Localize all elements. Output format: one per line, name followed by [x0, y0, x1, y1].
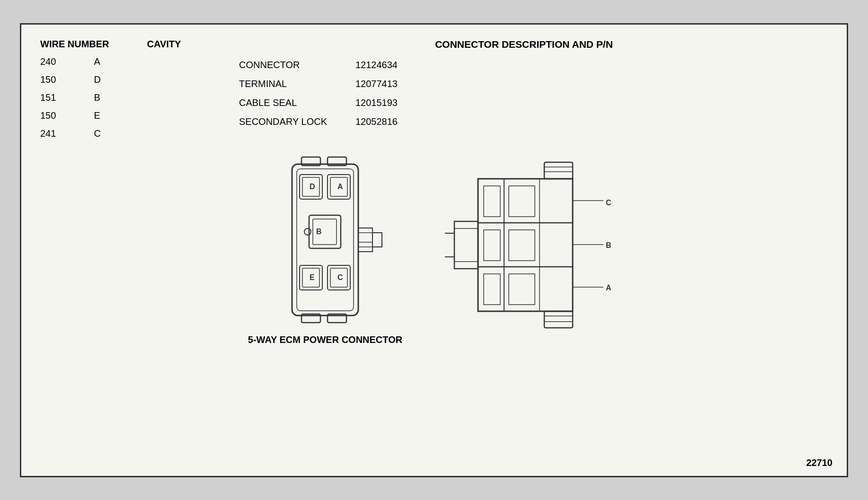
- wire-5: 241: [40, 126, 56, 140]
- cavity-4: E: [94, 108, 100, 123]
- svg-rect-17: [358, 228, 372, 252]
- svg-rect-4: [292, 164, 358, 316]
- cavities-col: A D B E C: [94, 54, 100, 140]
- desc-rows: CONNECTOR TERMINAL CABLE SEAL SECONDARY …: [220, 58, 828, 129]
- connector-description: CONNECTOR DESCRIPTION AND P/N CONNECTOR …: [220, 39, 828, 140]
- svg-point-12: [304, 228, 311, 235]
- svg-rect-35: [509, 186, 535, 217]
- label-a: A: [337, 183, 343, 191]
- svg-rect-10: [309, 215, 341, 248]
- page-container: WIRE NUMBER CAVITY 240 150 151 150 241 A…: [0, 0, 868, 500]
- part-number: 22710: [806, 457, 833, 468]
- desc-pn-3: 12015193: [355, 96, 398, 110]
- cavity-1: A: [94, 54, 100, 69]
- side-label-c: C: [606, 199, 611, 207]
- desc-pn-2: 12077413: [355, 77, 398, 91]
- connector-desc-title: CONNECTOR DESCRIPTION AND P/N: [220, 39, 828, 50]
- side-label-a: A: [606, 284, 611, 292]
- cavity-3: B: [94, 90, 100, 105]
- desc-pn-4: 12052816: [355, 114, 398, 129]
- desc-pns: 12124634 12077413 12015193 12052816: [355, 58, 398, 129]
- svg-rect-37: [509, 230, 535, 261]
- label-d: D: [310, 183, 315, 191]
- desc-labels: CONNECTOR TERMINAL CABLE SEAL SECONDARY …: [239, 58, 327, 129]
- desc-label-2: TERMINAL: [239, 77, 327, 91]
- svg-rect-38: [484, 274, 500, 305]
- desc-label-4: SECONDARY LOCK: [239, 114, 327, 129]
- wire-numbers-col: 240 150 151 150 241: [40, 54, 56, 140]
- top-section: WIRE NUMBER CAVITY 240 150 151 150 241 A…: [40, 39, 828, 140]
- front-connector-svg: D A B E: [254, 155, 396, 325]
- desc-pn-1: 12124634: [355, 58, 398, 72]
- svg-rect-43: [544, 311, 573, 328]
- wire-2: 150: [40, 72, 56, 87]
- wire-table: WIRE NUMBER CAVITY 240 150 151 150 241 A…: [40, 39, 182, 140]
- wire-3: 151: [40, 90, 56, 105]
- diagram-caption: 5-WAY ECM POWER CONNECTOR: [248, 334, 402, 345]
- svg-rect-22: [544, 162, 573, 179]
- svg-rect-39: [509, 274, 535, 305]
- desc-label-1: CONNECTOR: [239, 58, 327, 72]
- svg-rect-36: [484, 230, 500, 261]
- label-b: B: [316, 228, 322, 236]
- wire-1: 240: [40, 54, 56, 69]
- label-c: C: [337, 273, 343, 281]
- svg-rect-18: [372, 233, 382, 247]
- wire-4: 150: [40, 108, 56, 123]
- cavity-5: C: [94, 126, 100, 140]
- front-view-diagram: D A B E: [248, 155, 402, 345]
- cavity-header: CAVITY: [147, 39, 181, 50]
- label-e: E: [310, 273, 315, 281]
- side-connector-svg: C B A: [440, 160, 620, 330]
- diagram-box: WIRE NUMBER CAVITY 240 150 151 150 241 A…: [20, 23, 848, 477]
- desc-label-3: CABLE SEAL: [239, 96, 327, 110]
- cavity-2: D: [94, 72, 100, 87]
- svg-rect-25: [478, 179, 573, 311]
- wire-number-header: WIRE NUMBER: [40, 39, 109, 50]
- svg-rect-34: [484, 186, 500, 217]
- bottom-section: D A B E: [40, 155, 828, 345]
- table-headers: WIRE NUMBER CAVITY: [40, 39, 182, 50]
- table-rows: 240 150 151 150 241 A D B E C: [40, 54, 182, 140]
- side-label-b: B: [606, 241, 611, 249]
